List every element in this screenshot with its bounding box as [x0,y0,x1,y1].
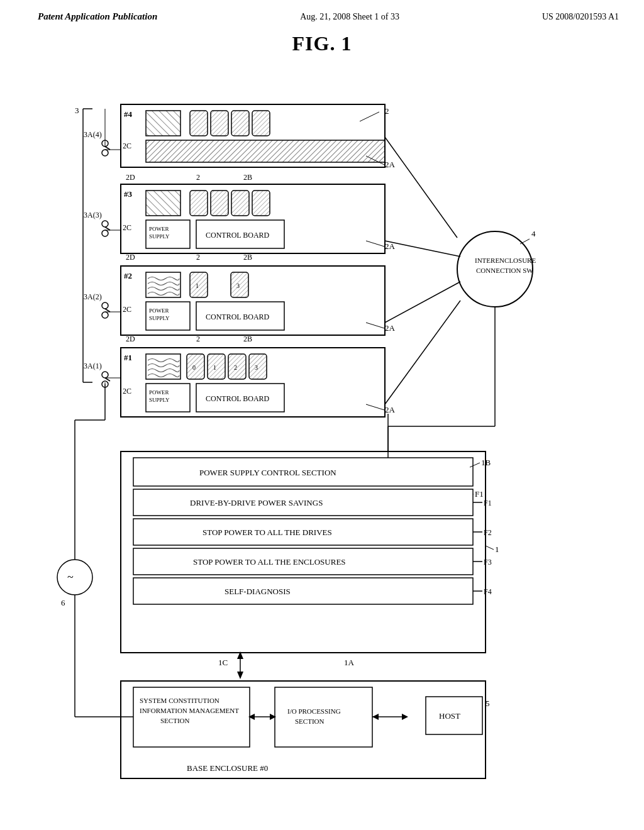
main-diagram-svg: 3 3A(4) 3A(3) 3A(2) 3A(1) #4 2 2A 2C [23,74,621,797]
label-3a1: 3A(1) [84,362,102,370]
cyl-enc2-1-label: 1 [196,282,199,289]
label-6: 6 [61,598,65,607]
base-enc-label: BASE ENCLOSURE #0 [187,763,268,773]
label-2b-enc3: 2B [243,253,252,262]
ps-label-enc2: POWER [149,307,169,314]
cyl-enc4-2 [231,111,249,136]
f4-label-right: F4 [484,587,492,596]
arrow-1b [470,463,480,467]
outer-control-box [121,451,486,653]
switch-3a1-lever [105,378,110,381]
label-enc2: #2 [124,271,132,280]
arrow-down [237,672,243,679]
label-3: 3 [75,106,79,115]
label-2-enc2b: 2 [196,335,200,343]
cyl-enc4-1 [211,111,228,136]
cyl-enc2-3 [231,272,248,297]
cyl-enc2-3-label: 3 [236,282,240,289]
diagram-area: 3 3A(4) 3A(3) 3A(2) 3A(1) #4 2 2A 2C [0,68,644,830]
label-2a-enc2: 2A [385,323,396,333]
self-diagnosis-label: SELF-DIAGNOSIS [225,587,291,596]
cyl-enc1-2 [228,354,246,379]
label-f1: F1 [475,489,484,499]
arrow-2-enc4 [360,112,379,121]
sys-const-label1: SYSTEM CONSTITUTION [140,697,219,704]
cyl-enc1-2-label: 2 [234,364,237,371]
header-center: Aug. 21, 2008 Sheet 1 of 33 [300,12,399,22]
ps-label2-enc2: SUPPLY [149,315,170,321]
arrow-1 [486,546,494,550]
cyl-enc1-0-label: 0 [192,364,196,371]
switch-3a1-top [102,372,108,378]
cyl-enc4-0 [190,111,208,136]
label-2d-enc2: 2D [126,335,135,343]
switch-3a3-lever [105,227,110,230]
label-2a-enc1: 2A [385,405,396,414]
label-1c: 1C [218,658,228,667]
ps-label2-enc3: SUPPLY [149,233,170,240]
label-2d-enc4: 2D [126,173,135,182]
cyl-enc1-0 [187,354,204,379]
ps-label-enc3: POWER [149,226,169,232]
interenc-label1: INTERENCLOSURE [475,257,536,264]
page-header: Patent Application Publication Aug. 21, … [0,0,644,26]
label-2c-enc1: 2C [123,387,131,396]
label-2c-enc4: 2C [123,141,131,150]
switch-3a2-bottom [102,312,108,318]
switch-3a4-bottom [102,150,108,156]
cyl-enc2-1 [190,272,208,297]
label-enc4: #4 [124,109,133,119]
cyl-enc3-1 [211,191,228,216]
drive-by-drive-label: DRIVE-BY-DRIVE POWER SAVINGS [190,498,323,507]
label-2-enc4b: 2 [196,173,200,182]
arrow-4 [520,239,530,244]
label-enc3: #3 [124,189,133,199]
cyl-enc1-1 [208,354,225,379]
stop-power-enc-label: STOP POWER TO ALL THE ENCLOSURES [193,557,346,567]
cyl-enc4-3 [252,111,270,136]
label-2-enc4: 2 [385,106,389,116]
psc-section-label: POWER SUPPLY CONTROL SECTION [199,468,336,477]
cyl-enc3-0 [190,191,208,216]
sys-const-label3: SECTION [160,717,190,724]
header-left: Patent Application Publication [38,11,157,22]
label-2c-enc3: 2C [123,223,131,232]
arrow-2a-enc2 [366,323,384,328]
cyl-enc3-2 [231,191,249,216]
self-diagnosis-box [133,578,473,604]
arrow-left-io [372,714,379,720]
arrow-2a-enc3 [366,241,384,246]
host-label: HOST [439,711,460,721]
enclosure-2-box [121,266,385,335]
label-2c-enc2: 2C [123,305,131,314]
fig-title: FIG. 1 [0,32,644,55]
switch-3a4-lever [105,147,110,150]
hdd-enc3 [146,191,180,216]
ac-source [57,560,92,595]
label-1a: 1A [344,658,355,667]
base-enclosure-box [121,681,486,778]
interenc-label2: CONNECTION SW [476,267,533,274]
f3-label-right: F3 [484,558,492,567]
switch-3a3-top [102,221,108,227]
cb-label-enc1: CONTROL BOARD [206,394,270,403]
sys-const-label2: INFORMATION MANAGEMENT [140,707,239,714]
io-label1: I/O PROCESSING [287,707,341,715]
cyl-enc3-3 [252,191,270,216]
arrow-2a-enc1 [366,404,384,410]
io-label2: SECTION [295,717,325,725]
stop-power-drives-label: STOP POWER TO ALL THE DRIVES [203,528,332,537]
cb-label-enc3: CONTROL BOARD [206,231,270,240]
label-enc1: #1 [124,353,132,362]
f1-label-right: F1 [484,499,492,507]
switch-3a2-lever [105,309,110,312]
label-2b-enc2: 2B [243,335,252,343]
label-3a3: 3A(3) [84,211,102,219]
label-2d-enc3: 2D [126,253,135,262]
label-5: 5 [486,699,490,708]
label-4: 4 [531,229,536,238]
cyl-enc1-1-label: 1 [213,364,216,371]
f2-label-right: F2 [484,528,492,537]
label-2a-enc4: 2A [385,160,396,169]
cb-label-enc2: CONTROL BOARD [206,313,270,321]
